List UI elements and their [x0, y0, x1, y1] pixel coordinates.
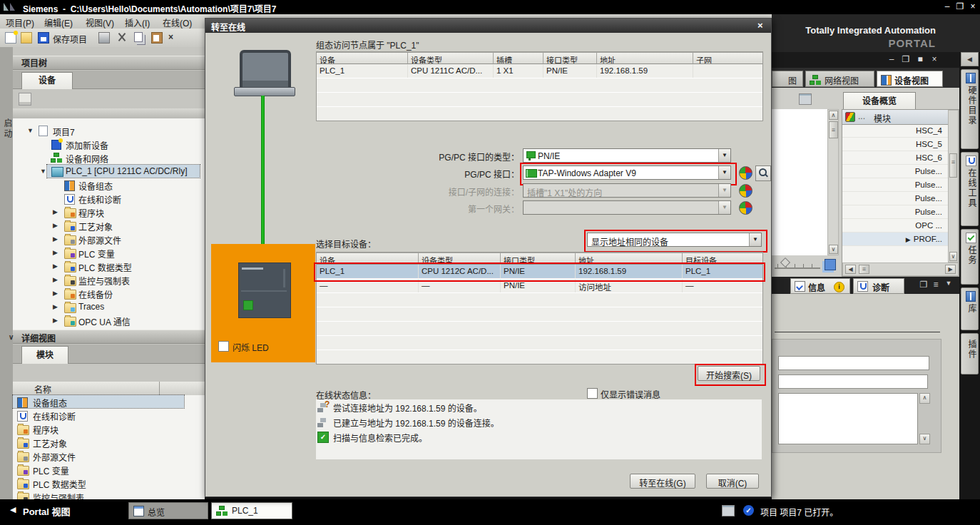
scroll-left-button[interactable]: ◀ — [845, 265, 856, 274]
dialog-close-icon[interactable]: × — [757, 20, 763, 31]
canvas-vscrollbar[interactable]: ∧ ≡ ∨ — [827, 109, 839, 255]
tree-item-project7[interactable]: ▼ 项目7 — [13, 124, 205, 138]
editor-maximize-button[interactable]: ■ — [914, 54, 926, 64]
tab-device-overview[interactable]: 设备概览 — [843, 92, 916, 110]
module-row[interactable]: OPC ... — [842, 219, 948, 233]
inspector-collapse-button[interactable]: ▼ — [943, 280, 954, 287]
device-canvas[interactable] — [772, 109, 828, 255]
detail-item-technology-objects[interactable]: 工艺对象 — [13, 436, 205, 449]
open-project-icon[interactable] — [21, 32, 32, 44]
tree-item-plc-data-types[interactable]: ▶ PLC 数据类型 — [13, 260, 205, 273]
editor-minimize-button[interactable]: – — [886, 54, 897, 64]
rail-tab-tasks[interactable]: 任务 — [961, 229, 979, 285]
tree-item-online-diagnostics[interactable]: 在线和诊断 — [13, 192, 205, 205]
only-errors-checkbox[interactable] — [587, 388, 598, 399]
tree-item-plc1[interactable]: ▼ PLC_1 [CPU 1211C AC/DC/Rly] — [13, 165, 205, 178]
tree-item-opc-ua[interactable]: ▶ OPC UA 通信 — [13, 314, 205, 327]
module-row[interactable]: HSC_4 — [842, 124, 948, 138]
expand-icon[interactable]: ▶ — [53, 317, 58, 324]
rail-collapse-button[interactable]: ◀ — [961, 52, 979, 66]
expand-icon[interactable]: ▶ — [53, 249, 58, 256]
pgpc-if-combo[interactable]: TAP-Windows Adapter V9 ▼ — [523, 165, 731, 180]
rail-tab-addins[interactable]: 插件 — [961, 333, 979, 374]
expand-icon[interactable]: ▼ — [40, 168, 46, 175]
property-list[interactable] — [778, 393, 918, 444]
tree-item-watch-force-tables[interactable]: ▶ 监控与强制表 — [13, 273, 205, 287]
portal-view-arrow-icon[interactable]: ◀ — [10, 505, 16, 514]
save-project-label[interactable]: 保存项目 — [53, 33, 87, 45]
new-project-icon[interactable] — [5, 32, 16, 44]
module-row[interactable]: Pulse... — [842, 178, 948, 192]
scroll-thumb[interactable]: ≡ — [859, 265, 869, 274]
module-row[interactable]: HSC_6 — [842, 151, 948, 165]
overview-vscrollbar[interactable]: ≡ ∨ — [948, 110, 959, 262]
menu-online[interactable]: 在线(O) — [163, 16, 192, 29]
rail-tab-libraries[interactable]: 库 — [961, 287, 979, 330]
tree-item-online-backups[interactable]: ▶ 在线备份 — [13, 287, 205, 300]
scroll-up-button[interactable]: ∧ — [829, 111, 838, 120]
expand-icon[interactable]: ▶ — [53, 262, 58, 270]
target-filter-combo[interactable]: 显示地址相同的设备 ▼ — [587, 233, 762, 247]
rail-tab-hardware-catalog[interactable]: 硬件目录 — [961, 69, 979, 149]
expand-icon[interactable]: ▶ — [53, 208, 58, 215]
module-row-profinet[interactable]: ▶PROF... — [842, 233, 948, 246]
dropdown-arrow-icon[interactable]: ▼ — [718, 166, 730, 179]
detail-item-online-diagnostics[interactable]: 在线和诊断 — [13, 409, 205, 422]
expand-icon[interactable]: ▶ — [53, 222, 58, 229]
tree-item-external-sources[interactable]: ▶ 外部源文件 — [13, 233, 205, 246]
menu-edit[interactable]: 编辑(E) — [44, 16, 73, 29]
flash-led-checkbox[interactable] — [218, 341, 229, 352]
rail-tab-online-tools[interactable]: 在线工具 — [961, 152, 979, 226]
detail-item-device-config[interactable]: 设备组态 — [13, 395, 205, 409]
editor-close-button[interactable]: × — [929, 54, 940, 64]
module-row[interactable]: Pulse... — [842, 192, 948, 205]
tab-diagnostics[interactable]: 诊断 — [853, 278, 904, 294]
rail-tab-start[interactable]: 启动 — [1, 118, 14, 140]
accessible-devices-icon[interactable] — [739, 184, 752, 198]
detail-item-plc-data-types[interactable]: PLC 数据类型 — [13, 476, 205, 490]
overview-hscrollbar[interactable]: ◀ ≡ ▶ — [842, 262, 959, 276]
access-node-row[interactable]: PLC_1 CPU 1211C AC/D... 1 X1 PN/IE 192.1… — [317, 64, 762, 78]
browse-network-button[interactable] — [755, 165, 771, 181]
scroll-thumb[interactable]: ≡ — [829, 121, 838, 138]
expand-icon[interactable]: ▶ — [906, 236, 911, 243]
paste-icon[interactable] — [151, 32, 163, 44]
tab-topology-view-partial[interactable]: 图 — [772, 71, 803, 87]
tree-item-plc-tags[interactable]: ▶ PLC 变量 — [13, 246, 205, 260]
col-device-type[interactable]: 设备类型 — [408, 52, 494, 64]
copy-icon[interactable] — [134, 32, 143, 42]
tree-item-devices-networks[interactable]: 设备和网络 — [13, 151, 205, 165]
plc1-editor-button[interactable]: PLC_1 — [211, 502, 292, 519]
tree-item-technology-objects[interactable]: ▶ 工艺对象 — [13, 219, 205, 233]
scroll-thumb[interactable]: ≡ — [949, 153, 957, 178]
zoom-slider-handle[interactable] — [780, 258, 790, 267]
module-row[interactable]: Pulse... — [842, 165, 948, 178]
window-close-button[interactable]: × — [967, 1, 979, 11]
tree-item-add-new-device[interactable]: 添加新设备 — [13, 138, 205, 151]
menu-view[interactable]: 视图(V) — [86, 16, 114, 29]
detail-item-program-blocks[interactable]: 程序块 — [13, 422, 205, 436]
tab-device-view[interactable]: 设备视图 — [877, 71, 943, 87]
tree-filter-icon[interactable] — [19, 93, 31, 106]
menu-insert[interactable]: 插入(I) — [125, 16, 150, 29]
property-field-1[interactable] — [778, 356, 929, 370]
delete-icon[interactable]: × — [168, 32, 173, 42]
cancel-button[interactable]: 取消(C) — [706, 474, 759, 489]
scroll-down-button[interactable]: ∨ — [949, 252, 957, 261]
expand-icon[interactable]: ▼ — [27, 127, 34, 134]
scroll-down-button[interactable]: ∨ — [919, 434, 930, 444]
col-subnet[interactable]: 子网 — [693, 52, 762, 64]
module-row[interactable]: Pulse... — [842, 205, 948, 219]
cut-icon[interactable] — [117, 32, 127, 42]
window-restore-button[interactable]: ❐ — [954, 1, 966, 11]
detail-item-plc-tags[interactable]: PLC 变量 — [13, 463, 205, 476]
tree-item-traces[interactable]: ▶ Traces — [13, 300, 205, 314]
col-interface-type[interactable]: 接口类型 — [543, 52, 597, 64]
save-project-icon[interactable] — [38, 32, 49, 44]
go-online-button[interactable]: 转至在线(G) — [630, 474, 695, 489]
tab-network-view[interactable]: 网络视图 — [805, 71, 874, 87]
editor-toolbar-icon[interactable] — [799, 93, 812, 105]
col-address[interactable]: 地址 — [597, 52, 693, 64]
module-row[interactable]: HSC_5 — [842, 138, 948, 151]
collapse-icon[interactable]: ∨ — [9, 330, 14, 345]
